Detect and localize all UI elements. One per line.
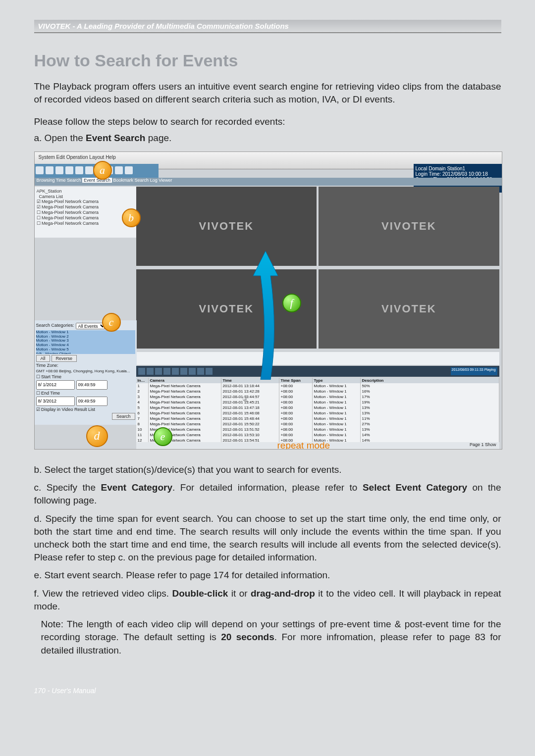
badge-c: c: [102, 313, 121, 332]
badge-d: d: [86, 425, 108, 447]
intro-paragraph: The Playback program offers users an int…: [34, 80, 501, 106]
tab-bookmark[interactable]: Bookmark Search: [113, 178, 150, 183]
step-e: e. Start event search. Please refer to p…: [34, 569, 501, 582]
badge-a: a: [93, 161, 112, 180]
pause-icon[interactable]: [172, 368, 179, 375]
search-panel: Search Categories: All Events Motion - W…: [35, 320, 137, 425]
table-row[interactable]: 5Mega-Pixel Network Camera2012-08-01 13:…: [136, 405, 499, 410]
start-time-input[interactable]: [76, 380, 107, 390]
col-type: Type: [313, 378, 361, 383]
step-c: c. Specify the Event Category. For detai…: [34, 481, 501, 507]
end-date-input[interactable]: [36, 397, 75, 406]
tree-item[interactable]: ☑ Mega-Pixel Network Camera: [37, 204, 136, 210]
start-date-input[interactable]: [36, 380, 75, 390]
badge-b: b: [122, 208, 141, 227]
table-row[interactable]: 1Mega-Pixel Network Camera2012-08-01 13:…: [136, 383, 499, 389]
tree-item[interactable]: ☐ Mega-Pixel Network Camera: [37, 215, 136, 221]
timezone-value: GMT +08:00 Beijing, Chongqing, Hong Kong…: [36, 369, 130, 373]
play-icon[interactable]: [163, 368, 170, 375]
all-button[interactable]: All: [36, 355, 50, 362]
end-time-checkbox[interactable]: ☐ End Time: [36, 391, 60, 396]
table-row[interactable]: 11Mega-Pixel Network Camera2012-08-01 13…: [136, 432, 499, 438]
table-row[interactable]: 7Mega-Pixel Network Camera2012-08-01 15:…: [136, 416, 499, 421]
wizard-icon[interactable]: [46, 166, 54, 174]
tree-item[interactable]: ☑ Mega-Pixel Network Camera: [37, 199, 136, 204]
table-row[interactable]: 10Mega-Pixel Network Camera2012-08-01 13…: [136, 427, 499, 432]
tab-log[interactable]: Log Viewer: [150, 178, 172, 183]
col-timespan: Time Span: [279, 378, 313, 383]
tab-browsing[interactable]: Browsing: [37, 178, 55, 183]
category-listbox[interactable]: Motion - Window 1 Motion - Window 2 Moti…: [36, 330, 135, 354]
page-title: How to Search for Events: [34, 51, 501, 70]
record-icon[interactable]: [65, 166, 73, 174]
timeline[interactable]: [136, 352, 499, 365]
step-f: f. View the retrieved video clips. Doubl…: [34, 587, 501, 613]
table-row[interactable]: 3Mega-Pixel Network Camera2012-08-01 13:…: [136, 394, 499, 400]
search-button[interactable]: Search: [112, 413, 135, 420]
rev-icon[interactable]: [180, 368, 187, 375]
col-time: Time: [221, 378, 279, 383]
step-d: d. Specify the time span for event searc…: [34, 512, 501, 564]
end-icon[interactable]: [206, 368, 213, 375]
table-row[interactable]: 6Mega-Pixel Network Camera2012-08-01 15:…: [136, 410, 499, 416]
list-item[interactable]: IVA - Moving Object: [36, 352, 135, 354]
tree-item[interactable]: APK_Station: [37, 189, 136, 194]
device-tree[interactable]: APK_Station Camera List ☑ Mega-Pixel Net…: [35, 187, 138, 238]
follow-steps-line: Please follow the steps below to search …: [34, 115, 501, 128]
tree-item[interactable]: ☐ Mega-Pixel Network Camera: [37, 221, 136, 226]
repeat-mode-caption: repeat mode: [277, 440, 330, 450]
log-icon[interactable]: [55, 166, 63, 174]
snapshot-icon[interactable]: [75, 166, 83, 174]
ptz-icon[interactable]: [85, 166, 93, 174]
step-b: b. Select the target station(s)/device(s…: [34, 463, 501, 476]
col-index: Index: [136, 378, 149, 383]
col-camera: Camera: [149, 378, 221, 383]
step-a-line: a. Open the Event Search page.: [34, 132, 501, 145]
result-table: Index Camera Time Time Span Type Descrip…: [136, 378, 499, 442]
start-time-checkbox[interactable]: ☐ Start Time: [36, 374, 62, 379]
reverse-button[interactable]: Reverse: [52, 355, 77, 362]
stop-icon[interactable]: [155, 368, 162, 375]
tab-eventsearch[interactable]: Event Search: [82, 178, 112, 183]
end-time-input[interactable]: [76, 397, 107, 406]
tab-timesearch[interactable]: Time Search: [56, 178, 82, 183]
playback-status: 2012/08/03 09:11:33 Playing: [451, 367, 497, 375]
ff-icon[interactable]: [189, 368, 196, 375]
help-icon[interactable]: [115, 166, 123, 174]
table-row[interactable]: 4Mega-Pixel Network Camera2012-08-01 13:…: [136, 400, 499, 405]
exit-icon[interactable]: [125, 166, 133, 174]
table-row[interactable]: 2Mega-Pixel Network Camera2012-08-01 13:…: [136, 389, 499, 394]
next-icon[interactable]: [197, 368, 204, 375]
video-cell[interactable]: VIVOTEK: [319, 269, 499, 349]
page-footer: 170 - User's Manual: [34, 687, 501, 695]
frame-icon[interactable]: [138, 368, 145, 375]
table-row[interactable]: 8Mega-Pixel Network Camera2012-08-01 15:…: [136, 421, 499, 427]
tree-item[interactable]: Camera List: [37, 194, 136, 200]
instruction-list: b. Select the target station(s)/device(s…: [34, 463, 501, 657]
screenshot-figure: System Edit Operation Layout Help Local …: [34, 151, 502, 450]
document-header: VIVOTEK - A Leading Provider of Multimed…: [34, 20, 501, 33]
tree-item[interactable]: ☐ Mega-Pixel Network Camera: [37, 210, 136, 215]
video-grid: VIVOTEK VIVOTEK VIVOTEK VIVOTEK: [136, 187, 499, 350]
search-categories-label: Search Categories:: [36, 323, 74, 329]
display-checkbox[interactable]: ☑ Display in Video Result List: [36, 407, 95, 412]
badge-e: e: [154, 427, 172, 446]
playback-controls: 2012/08/03 09:11:33 Playing: [136, 366, 499, 377]
loop-icon[interactable]: [147, 368, 154, 375]
video-cell[interactable]: VIVOTEK: [136, 187, 317, 266]
video-cell[interactable]: VIVOTEK: [319, 187, 499, 266]
step-note: Note: The length of each video clip will…: [34, 618, 501, 657]
badge-f: f: [282, 294, 301, 312]
power-icon[interactable]: [36, 166, 44, 174]
timezone-label: Time Zone:: [36, 363, 58, 368]
col-description: Description: [361, 378, 499, 383]
